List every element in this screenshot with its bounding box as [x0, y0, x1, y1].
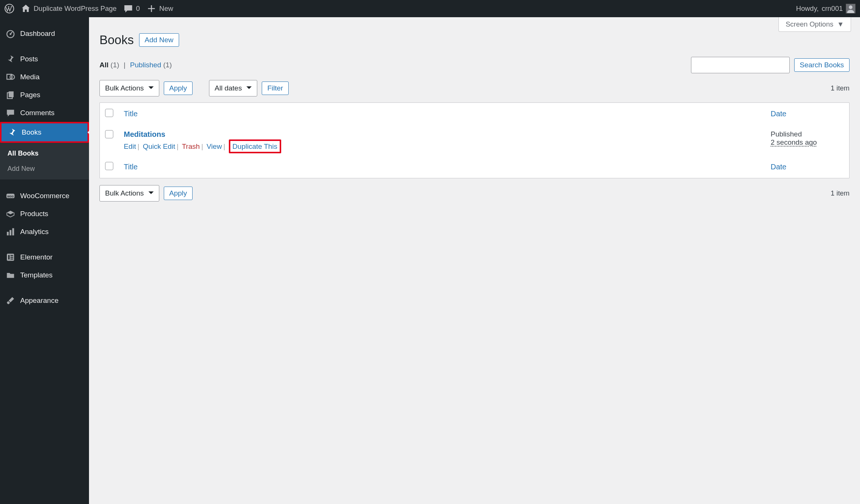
avatar-icon	[846, 4, 856, 13]
trash-link[interactable]: Trash	[182, 142, 200, 150]
apply-button[interactable]: Apply	[164, 82, 193, 95]
comments-count: 0	[136, 4, 140, 13]
sidebar-item-media[interactable]: Media	[0, 68, 89, 86]
posts-table: Title Date Meditations Edit| Quick Edit|…	[99, 102, 850, 178]
row-title-link[interactable]: Meditations	[124, 130, 165, 138]
sidebar-submenu-books: All Books Add New	[0, 143, 89, 179]
table-row: Meditations Edit| Quick Edit| Trash| Vie…	[101, 125, 848, 156]
sidebar-item-pages[interactable]: Pages	[0, 86, 89, 104]
row-actions: Edit| Quick Edit| Trash| View| Duplicate…	[124, 142, 761, 151]
home-icon	[21, 4, 31, 13]
filter-published-link[interactable]: Published	[130, 61, 161, 69]
svg-rect-16	[10, 257, 13, 258]
svg-text:woo: woo	[7, 194, 14, 198]
sidebar-item-comments[interactable]: Comments	[0, 104, 89, 122]
my-account[interactable]: Howdy, crn001	[796, 4, 856, 13]
apply-button-bottom[interactable]: Apply	[164, 187, 193, 200]
bulk-actions-select-bottom[interactable]: Bulk Actions	[99, 185, 159, 202]
column-date-footer[interactable]: Date	[766, 157, 848, 177]
quick-edit-link[interactable]: Quick Edit	[143, 142, 175, 150]
sidebar-item-label: Pages	[20, 91, 40, 99]
comment-icon	[6, 108, 15, 117]
edit-link[interactable]: Edit	[124, 142, 136, 150]
svg-rect-17	[10, 259, 13, 259]
duplicate-link[interactable]: Duplicate This	[233, 142, 277, 150]
row-checkbox[interactable]	[105, 130, 113, 138]
sidebar-item-label: Media	[20, 73, 40, 81]
wp-logo[interactable]	[4, 4, 14, 13]
woo-icon: woo	[6, 191, 15, 200]
date-filter-select[interactable]: All dates	[209, 80, 257, 96]
folder-icon	[6, 271, 15, 280]
sidebar-item-books[interactable]: Books	[0, 122, 89, 143]
sidebar-item-label: Appearance	[20, 296, 58, 305]
svg-point-2	[849, 6, 853, 9]
sidebar-item-label: Posts	[20, 55, 38, 63]
sidebar-subitem-all-books[interactable]: All Books	[0, 146, 89, 161]
search-input[interactable]	[691, 57, 790, 73]
admin-bar: Duplicate WordPress Page 0 New Howdy, cr…	[0, 0, 860, 17]
svg-rect-7	[9, 91, 13, 97]
gauge-icon	[6, 29, 15, 38]
items-count-bottom: 1 item	[831, 189, 850, 197]
username: crn001	[821, 4, 843, 13]
sidebar-item-templates[interactable]: Templates	[0, 266, 89, 284]
svg-rect-15	[10, 255, 13, 256]
sidebar-item-dashboard[interactable]: Dashboard	[0, 25, 89, 43]
new-content[interactable]: New	[147, 4, 173, 13]
product-icon	[6, 209, 15, 218]
site-title: Duplicate WordPress Page	[34, 4, 117, 13]
sidebar-item-label: Products	[20, 210, 48, 218]
sidebar-item-label: Templates	[20, 271, 53, 279]
divider: |	[124, 61, 126, 69]
bulk-actions-select[interactable]: Bulk Actions	[99, 80, 159, 96]
elementor-icon	[6, 253, 15, 262]
search-button[interactable]: Search Books	[794, 58, 850, 72]
plus-icon	[147, 4, 156, 13]
svg-rect-10	[7, 232, 9, 236]
wordpress-logo-icon	[4, 4, 14, 13]
media-icon	[6, 73, 15, 82]
howdy-prefix: Howdy,	[796, 4, 818, 13]
column-title[interactable]: Title	[119, 104, 765, 124]
bars-icon	[6, 227, 15, 236]
new-label: New	[159, 4, 173, 13]
add-new-button[interactable]: Add New	[139, 33, 179, 47]
screen-options-label: Screen Options	[786, 20, 833, 28]
sidebar-item-label: Books	[22, 128, 42, 136]
comment-icon	[123, 4, 133, 13]
sidebar-item-label: Elementor	[20, 253, 53, 261]
svg-rect-14	[8, 255, 10, 259]
admin-sidebar: Dashboard Posts Media Pages Comments Boo…	[0, 17, 89, 504]
svg-point-4	[10, 33, 12, 35]
select-all-checkbox-footer[interactable]	[105, 162, 113, 170]
svg-rect-11	[10, 230, 12, 235]
row-date-status: Published	[771, 130, 844, 138]
site-link[interactable]: Duplicate WordPress Page	[21, 4, 117, 13]
page-title: Books	[99, 33, 134, 47]
view-link[interactable]: View	[207, 142, 222, 150]
sidebar-item-appearance[interactable]: Appearance	[0, 292, 89, 310]
bulk-actions-label: Bulk Actions	[105, 84, 144, 92]
sidebar-item-woocommerce[interactable]: woo WooCommerce	[0, 187, 89, 205]
date-filter-label: All dates	[215, 84, 242, 92]
filter-button[interactable]: Filter	[262, 82, 289, 95]
svg-rect-12	[12, 228, 14, 235]
sidebar-item-posts[interactable]: Posts	[0, 50, 89, 68]
main-content: Screen Options ▼ Books Add New All (1) |…	[89, 17, 860, 504]
sidebar-item-analytics[interactable]: Analytics	[0, 223, 89, 241]
comments-bubble[interactable]: 0	[123, 4, 140, 13]
filter-all-link[interactable]: All	[99, 61, 108, 69]
items-count-top: 1 item	[831, 84, 850, 92]
select-all-checkbox[interactable]	[105, 109, 113, 117]
sidebar-item-label: Analytics	[20, 228, 49, 236]
screen-options-toggle[interactable]: Screen Options ▼	[778, 17, 851, 32]
column-date[interactable]: Date	[766, 104, 848, 124]
sidebar-subitem-add-new[interactable]: Add New	[0, 161, 89, 176]
column-title-footer[interactable]: Title	[119, 157, 765, 177]
bulk-actions-label: Bulk Actions	[105, 189, 144, 197]
sidebar-item-products[interactable]: Products	[0, 205, 89, 223]
row-date-time: 2 seconds ago	[771, 138, 844, 147]
pin-icon	[7, 128, 16, 137]
sidebar-item-elementor[interactable]: Elementor	[0, 248, 89, 266]
